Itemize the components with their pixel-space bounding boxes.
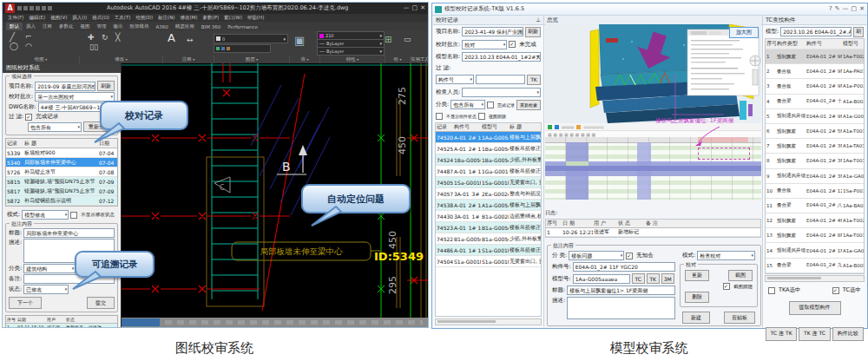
tk-button[interactable]: TK <box>527 75 541 85</box>
ribbon-tab[interactable]: A360 <box>153 23 172 30</box>
cad-close-button[interactable]: ✕ <box>420 3 425 14</box>
finder-row[interactable]: 1预制飘窗 E04A-01_2# 9F Y..1Aa-T002 <box>766 49 864 64</box>
status-select[interactable]: 已修改▾ <box>23 285 69 294</box>
shot-follow-checkbox[interactable] <box>723 283 730 290</box>
m-record-row[interactable]: 745241Ba-G005wadsa 1Ba-G005eaeba少筋,外补板重位… <box>436 154 541 166</box>
record-row[interactable]: 5339板墙校对90007-04 <box>6 148 117 158</box>
measure-tool-icon[interactable]: ▭ <box>404 35 411 43</box>
note-title-input[interactable]: 局部板墙未伸至梁中心 <box>23 228 115 238</box>
menu-item[interactable]: 插入(I) <box>72 15 87 21</box>
refresh-button[interactable]: 刷新 <box>97 81 115 91</box>
ribbon-group-label[interactable]: 注释 <box>163 56 214 63</box>
finder-row[interactable]: 11叠合梁 E04A-01_2# 八层..1Aa-BA02 <box>766 199 864 213</box>
m-record-row[interactable]: 74538A-01_2# 11F YGC A1a-G005aaaea楼板与上层飘… <box>436 200 541 211</box>
finder-row[interactable]: 10叠合板 E04A-01_2# 12F ..1Sa-P001 <box>766 184 864 199</box>
finder-row[interactable]: 6预制飘窗 E04A-01_2# 5F Y..A1a-T001 <box>766 124 864 139</box>
ribbon-tab[interactable]: BIM 360 <box>198 23 224 30</box>
m-comp-input[interactable]: E04A-01_2# 11F YGC20 <box>573 262 675 272</box>
finder-row[interactable]: 15叠合梁 E04A-01_2# 九层..A1a-B005 <box>766 259 864 273</box>
menu-item[interactable]: 格式(O) <box>92 15 109 21</box>
finder-row[interactable]: 14预制通风井烟道 E04A-01_2# 1F Y..A1a-GA03 <box>766 243 864 258</box>
move-tool-icon[interactable]: ✚ <box>88 33 95 42</box>
zoom-image-button[interactable]: 放大图 <box>729 27 759 38</box>
done-records-checkbox[interactable] <box>25 114 32 121</box>
next-button[interactable]: 下一个 <box>9 297 42 309</box>
research-button[interactable]: 重新检索 <box>516 100 541 110</box>
ribbon-group-label[interactable]: 组 <box>385 56 411 63</box>
record-row[interactable]: 5340局部板墙未伸至梁中心07-04 <box>6 158 117 167</box>
ribbon-group-label[interactable]: 图层 <box>214 56 290 63</box>
no-notify-checkbox[interactable] <box>626 253 633 259</box>
layer-tools[interactable] <box>214 44 271 53</box>
category-select[interactable]: 建筑结构▾ <box>23 264 76 273</box>
m-record-row[interactable]: 740573A-01_3# 4F YGC 2Ea-G002dabaa整改与补筋没… <box>436 188 541 200</box>
tc-button[interactable]: TC <box>632 273 645 284</box>
project-select[interactable]: 2019-09 泰康总部河西总部办公▾ <box>35 82 95 91</box>
tka-select-checkbox[interactable] <box>768 287 775 294</box>
ribbon-group-label[interactable]: 块 <box>290 56 320 63</box>
group-tool-icon[interactable]: ⊞ <box>385 35 391 44</box>
menu-item[interactable]: 帮助(H) <box>247 15 264 21</box>
ribbon-tab[interactable]: 附加模块 <box>127 23 153 30</box>
m-mode-select[interactable]: 检查校对▾ <box>697 251 755 260</box>
finder-row[interactable]: 12预制飘窗 E04A-01_2# 4F Y..A1a-T002 <box>766 213 864 228</box>
mirror-tool-icon[interactable]: ▯▯ <box>89 43 98 51</box>
model-close-button[interactable]: ✕ <box>859 3 865 15</box>
finder-row[interactable]: 2叠合板 E04A-01_2# 9F Y..1Aa-PA01 <box>766 64 864 79</box>
arc-tool-icon[interactable]: ◠ <box>25 42 32 50</box>
ribbon-tab[interactable]: Performance <box>224 23 261 30</box>
cad-minimize-button[interactable]: — <box>404 3 410 14</box>
m-category-select[interactable]: 包含所有▾ <box>450 100 485 109</box>
menu-item[interactable]: 绘图(D) <box>136 15 154 21</box>
m-records-scrollbar[interactable] <box>435 318 542 325</box>
ribbon-group-label[interactable]: 修改 <box>80 56 163 63</box>
menu-item[interactable]: 视图(V) <box>50 15 67 21</box>
ribbon-tab[interactable]: 精选应用 <box>172 23 198 30</box>
sm-button[interactable]: 3M <box>661 273 674 284</box>
tc-select-checkbox[interactable] <box>832 287 839 294</box>
finder-row[interactable]: 4叠合梁 E04A-01_2# 十层..A1a-B003 <box>766 95 864 109</box>
finder-row[interactable]: 3叠合板 E04A-01_2# 9F Y..A1a-P003 <box>766 79 864 94</box>
text-tool-icon[interactable]: A <box>168 31 175 44</box>
record-row[interactable]: 5872补马镫钢筋指示说明07-12 <box>6 196 117 206</box>
ribbon-tab[interactable]: 输出 <box>110 23 127 30</box>
m-record-row[interactable]: 74504S1a-G001haaba S1a-G001haaba无梁窗出口, 剪… <box>436 256 541 267</box>
menu-item[interactable]: 参数(P) <box>203 15 220 21</box>
ribbon-group-label[interactable]: 实用工具 <box>411 56 428 63</box>
m-record-row[interactable]: 74525A-01_2# 12F YGC 1Ba-G005caeba楼板吊筋修正 <box>436 143 541 154</box>
view-follow-checkbox[interactable] <box>478 113 485 120</box>
finder-row[interactable]: 5预制通风井烟道 E04A-01_2# 9F Y..A1a-G001 <box>766 109 864 124</box>
batch-select[interactable]: 第一次出图校对▾ <box>35 92 115 102</box>
m-done-checkbox[interactable] <box>487 102 494 108</box>
rotate-tool-icon[interactable]: ↻ <box>102 33 108 42</box>
log-row[interactable]: 110-26 12:21 张进军新增标记 <box>546 228 760 237</box>
trim-tool-icon[interactable]: ╳ <box>115 33 120 42</box>
menu-item[interactable]: 修改(M) <box>180 15 197 21</box>
command-input[interactable] <box>122 318 160 326</box>
finder-scrollbar[interactable] <box>765 275 865 282</box>
model-maximize-button[interactable]: ▢ <box>852 3 858 15</box>
record-row[interactable]: 5726补马镫止水节07-08 <box>6 167 117 177</box>
quick-access-toolbar[interactable] <box>17 6 52 10</box>
submit-button[interactable]: 提交 <box>87 297 115 309</box>
m-model-select[interactable]: 2023.10.23 E04A-01_1#2#大厅.ZIP▾ <box>462 52 541 62</box>
m-record-row[interactable]: 744303A-01_1# 2F YGC B1a-G002bbbda边筋重绑点,… <box>436 211 541 222</box>
edit-button[interactable]: ✎ <box>835 3 840 15</box>
finder-row[interactable]: 9预制通风井烟道 E04A-01_2# 3F Y..A1a-GA03 <box>766 169 864 184</box>
ribbon-tab[interactable]: 默认 <box>6 23 23 30</box>
update-button[interactable]: 更新 <box>685 270 709 281</box>
ribbon-tab[interactable]: 视图 <box>77 23 94 30</box>
layer-dropdown[interactable]: 0 ▾ <box>214 34 288 43</box>
new-button[interactable]: 新建 <box>682 312 710 324</box>
checker-select[interactable]: ▾ <box>462 88 541 97</box>
extract-components-button[interactable]: 提取模型构件 <box>789 301 841 315</box>
ribbon-tab[interactable]: 插入 <box>23 23 39 30</box>
finder-row[interactable]: 13预制飘窗 E04A-01_2# 8F Y..1Aa-T001 <box>766 228 864 243</box>
circle-tool-icon[interactable]: ◯ <box>10 42 18 50</box>
screenshot-button[interactable]: 截图 <box>728 270 753 281</box>
insert-block-icon[interactable]: ▣ <box>294 34 305 47</box>
history-row[interactable]: 107-11 15:10 武志强更新状态已修改 <box>6 324 117 327</box>
m-title-input[interactable]: 楼板与上层飘窗偏位1> 1F梁两侧 <box>567 286 675 295</box>
ribbon-tab[interactable]: 管理 <box>94 23 110 30</box>
lineweight-dropdown[interactable]: ──ByLayer ▾ <box>317 47 385 56</box>
